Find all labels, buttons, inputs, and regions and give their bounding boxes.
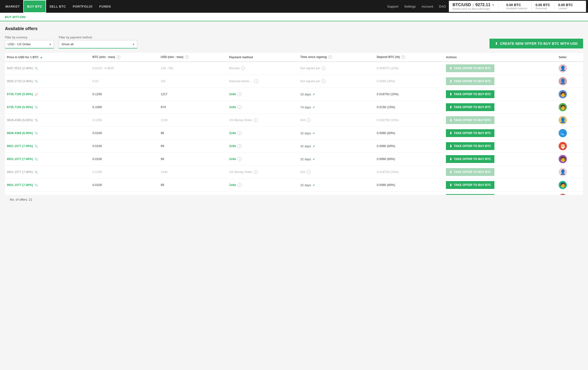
- time-cell: 32 days ✔: [298, 140, 375, 153]
- take-btn-label: TAKE OFFER TO BUY BTC: [454, 131, 491, 135]
- take-offer-button[interactable]: ⬇ TAKE OFFER TO BUY BTC: [446, 181, 494, 189]
- payment-cell: Zelle i: [227, 101, 298, 114]
- take-btn-label: TAKE OFFER TO BUY BTC: [454, 157, 491, 161]
- payment-link[interactable]: Zelle: [229, 131, 236, 135]
- trend-down-icon: 📉: [35, 184, 38, 186]
- take-offer-button[interactable]: ⬇ TAKE OFFER TO BUY BTC: [446, 129, 494, 137]
- price-cell: 9828.4366 (6.00%) 📉: [5, 127, 91, 140]
- price-label: Market price by BitcoinAverage: [453, 7, 494, 10]
- price-cell: 10000.0000 🔒: [5, 192, 91, 195]
- payment-inactive: US Money Order: [229, 170, 252, 174]
- nav-portfolio[interactable]: PORTFOLIO: [69, 0, 96, 13]
- help-icon-deposit[interactable]: ?: [401, 55, 405, 59]
- help-icon-usd[interactable]: ?: [185, 55, 189, 59]
- payment-link[interactable]: Zelle: [229, 157, 236, 161]
- help-icon-time[interactable]: ?: [328, 55, 332, 59]
- price-value: 9921.1577 (7.00%): [7, 157, 33, 161]
- nav-buy-btc[interactable]: BUY BTC: [23, 0, 46, 13]
- actions-cell: ⬇ TAKE OFFER TO BUY BTC: [444, 62, 557, 75]
- take-offer-button-disabled: ⬇ TAKE OFFER TO BUY BTC: [446, 168, 494, 176]
- nav-sell-btc[interactable]: SELL BTC: [46, 0, 69, 13]
- help-icon-btc[interactable]: ?: [117, 55, 120, 59]
- nav-dao[interactable]: DAO: [436, 5, 449, 8]
- deposit-value: 0.018750 (15%): [377, 92, 399, 96]
- payment-info-icon[interactable]: i: [238, 144, 242, 148]
- payment-info-icon[interactable]: i: [238, 105, 242, 109]
- deposit-cell: 0.018750 (15%): [375, 88, 444, 101]
- price-dropdown[interactable]: ▼: [492, 4, 494, 6]
- seller-cell: 👤: [557, 114, 583, 127]
- nav-funds[interactable]: FUNDS: [96, 0, 114, 13]
- seller-cell: 🎅: [557, 140, 583, 153]
- payment-filter-label: Filter by payment method: [59, 36, 137, 39]
- payment-info-icon[interactable]: i: [254, 170, 258, 174]
- payment-link[interactable]: Zelle: [229, 92, 236, 96]
- price-cell: 9735.7155 (5.00%) 📈: [5, 88, 91, 101]
- seller-avatar[interactable]: 🧢: [559, 129, 567, 137]
- usd-range: 99: [161, 157, 164, 161]
- create-offer-button[interactable]: ⬇ CREATE NEW OFFER TO BUY BTC WITH USD: [490, 39, 583, 48]
- time-cell: 32 days ✔: [298, 179, 375, 192]
- seller-cell: 🧑: [557, 88, 583, 101]
- payment-link[interactable]: Zelle: [229, 105, 236, 109]
- payment-link[interactable]: Zelle: [229, 183, 236, 187]
- seller-cell: 👤: [557, 166, 583, 179]
- download-icon: ⬇: [449, 79, 452, 83]
- usd-cell: 99: [159, 140, 227, 153]
- price-cell: 9735.7155 (5.00%) 📉: [5, 101, 91, 114]
- payment-info-icon[interactable]: i: [254, 118, 258, 122]
- time-value: 74 days: [300, 106, 311, 109]
- nav-settings[interactable]: Settings: [401, 5, 419, 8]
- content: Available offers Filter by currency USD …: [0, 21, 588, 209]
- time-info-icon[interactable]: i: [307, 170, 311, 174]
- take-offer-button[interactable]: ⬇ TAKE OFFER TO BUY BTC: [446, 103, 494, 111]
- offers-table-container: Price in USD for 1 BTC ▲ BTC (min - max)…: [5, 53, 583, 195]
- seller-avatar[interactable]: 👤: [559, 116, 567, 124]
- time-cell: 32 days ✔: [298, 153, 375, 166]
- th-actions: Actions: [444, 53, 557, 62]
- download-icon: ⬇: [449, 66, 452, 70]
- time-info-icon[interactable]: i: [321, 79, 325, 83]
- payment-info-icon[interactable]: i: [241, 66, 245, 70]
- payment-info-icon[interactable]: i: [238, 183, 242, 187]
- seller-avatar[interactable]: 🧑: [559, 103, 567, 111]
- download-icon: ⬇: [449, 170, 452, 174]
- take-offer-button[interactable]: ⬇ TAKE OFFER TO BUY BTC: [446, 142, 494, 150]
- deposit-cell: 0.0075 (15%): [375, 192, 444, 195]
- breadcrumb[interactable]: BUY BITCOIN: [5, 15, 25, 21]
- payment-info-icon[interactable]: i: [254, 79, 258, 83]
- currency-select[interactable]: USD - US Dollar: [5, 40, 54, 48]
- payment-link[interactable]: Zelle: [229, 144, 236, 148]
- time-info-icon[interactable]: i: [307, 118, 311, 122]
- seller-avatar[interactable]: 👤: [559, 64, 567, 72]
- actions-cell: ⬇ TAKE OFFER TO BUY BTC: [444, 153, 557, 166]
- time-info-icon[interactable]: i: [321, 66, 325, 70]
- seller-avatar[interactable]: 🎅: [559, 142, 567, 150]
- stat-available: 0.00 BTC Available balance: [502, 3, 532, 10]
- payment-select[interactable]: Show all: [59, 40, 137, 48]
- take-offer-button[interactable]: ⬇ TAKE OFFER TO BUY BTC: [446, 90, 494, 98]
- seller-avatar[interactable]: 🧑: [559, 90, 567, 98]
- seller-avatar[interactable]: 👤: [559, 168, 567, 176]
- payment-info-icon[interactable]: i: [238, 157, 242, 161]
- take-offer-button[interactable]: ⬇ TAKE OFFER TO BUY BTC: [446, 194, 494, 195]
- footer-count: No. of offers: 21: [5, 195, 583, 204]
- take-offer-button[interactable]: ⬇ TAKE OFFER TO BUY BTC: [446, 155, 494, 163]
- nav-market[interactable]: MARKET: [2, 0, 23, 13]
- seller-avatar[interactable]: 🧑: [559, 155, 567, 163]
- sort-arrow-price: ▲: [40, 56, 43, 59]
- usd-range: 118 - 591: [161, 67, 174, 70]
- nav-account[interactable]: Account: [419, 5, 436, 8]
- deposit-cell: 0.0150 (15%): [375, 101, 444, 114]
- payment-info-icon[interactable]: i: [238, 131, 242, 135]
- table-row: 10000.0000 🔒 0.0500 500 Zelle i Not sign…: [5, 192, 583, 195]
- seller-avatar[interactable]: 👤: [559, 77, 567, 85]
- payment-cell: Zelle i: [227, 192, 298, 195]
- usd-range: 1217: [161, 92, 168, 96]
- usd-cell: 1217: [159, 88, 227, 101]
- seller-avatar[interactable]: 🧑: [559, 181, 567, 189]
- price-cell: 9921.1577 (7.00%) 📉: [5, 179, 91, 192]
- nav-support[interactable]: Support: [384, 5, 401, 8]
- seller-avatar[interactable]: 🧑: [559, 194, 567, 195]
- payment-info-icon[interactable]: i: [238, 92, 242, 96]
